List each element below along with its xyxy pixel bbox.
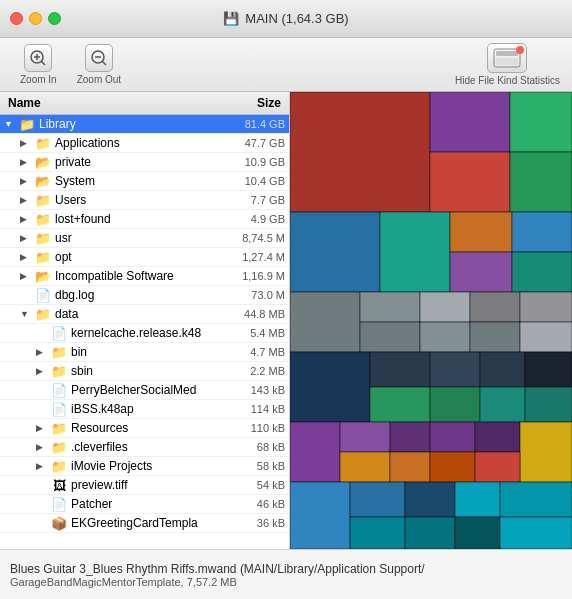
traffic-lights [10,12,61,25]
file-size-label: 10.9 GB [245,156,285,168]
file-row-content: ▶ 📁 bin [4,345,246,359]
svg-rect-57 [500,517,572,549]
svg-rect-51 [405,482,455,517]
svg-rect-17 [450,212,512,252]
file-type-icon: 📁 [34,136,52,150]
table-row[interactable]: ▶ 📂 System 10.4 GB [0,172,289,191]
file-type-icon: 📦 [50,516,68,530]
zoom-in-icon [24,44,52,72]
expand-arrow-icon: ▶ [36,461,50,471]
table-row[interactable]: ▶ 📁 Users 7.7 GB [0,191,289,210]
svg-rect-38 [525,387,572,422]
size-column-header: Size [257,96,281,110]
svg-rect-44 [520,422,572,482]
zoom-in-button[interactable]: Zoom In [12,40,65,89]
svg-rect-47 [430,452,475,482]
table-row[interactable]: ▶ 📁 lost+found 4.9 GB [0,210,289,229]
close-button[interactable] [10,12,23,25]
svg-rect-8 [496,58,518,65]
svg-rect-9 [496,51,518,56]
table-row[interactable]: ▼ 📁 data 44.8 MB [0,305,289,324]
table-row[interactable]: 📦 EKGreetingCardTempla 36 kB [0,514,289,533]
toolbar: Zoom In Zoom Out Hide File Kind [0,38,572,92]
file-size-label: 58 kB [257,460,285,472]
table-row[interactable]: 🖼 preview.tiff 54 kB [0,476,289,495]
svg-rect-33 [480,352,525,387]
svg-line-3 [42,62,46,66]
status-line1: Blues Guitar 3_Blues Rhythm Riffs.mwand … [10,562,562,576]
table-row[interactable]: 📄 kernelcache.release.k48 5.4 MB [0,324,289,343]
svg-rect-13 [430,152,510,212]
svg-rect-34 [525,352,572,387]
file-size-label: 7.7 GB [251,194,285,206]
file-size-label: 4.7 MB [250,346,285,358]
svg-rect-52 [455,482,500,517]
table-row[interactable]: 📄 dbg.log 73.0 M [0,286,289,305]
svg-rect-36 [430,387,480,422]
table-row[interactable]: ▶ 📂 Incompatible Software 1,16.9 M [0,267,289,286]
file-name-label: dbg.log [55,288,247,302]
svg-rect-35 [370,387,430,422]
file-name-label: EKGreetingCardTempla [71,516,253,530]
svg-rect-23 [420,292,470,322]
file-size-label: 73.0 M [251,289,285,301]
expand-arrow-icon: ▶ [36,442,50,452]
file-row-content: ▶ 📁 lost+found [4,212,247,226]
file-size-label: 114 kB [251,403,285,415]
table-row[interactable]: ▶ 📁 opt 1,27.4 M [0,248,289,267]
disk-icon: 💾 [223,11,239,26]
file-size-label: 5.4 MB [250,327,285,339]
file-name-label: usr [55,231,238,245]
name-column-header: Name [8,96,41,110]
svg-rect-54 [350,517,405,549]
svg-rect-31 [370,352,430,387]
table-row[interactable]: 📄 PerryBelcherSocialMed 143 kB [0,381,289,400]
file-name-label: iMovie Projects [71,459,253,473]
file-name-label: Resources [71,421,247,435]
table-row[interactable]: ▶ 📁 bin 4.7 MB [0,343,289,362]
table-row[interactable]: ▶ 📁 iMovie Projects 58 kB [0,457,289,476]
file-type-icon: 📄 [34,288,52,302]
hide-file-kind-button[interactable]: Hide File Kind Statistics [455,43,560,86]
status-bar: Blues Guitar 3_Blues Rhythm Riffs.mwand … [0,549,572,599]
expand-arrow-icon: ▼ [20,309,34,319]
file-type-icon: 📁 [50,364,68,378]
treemap-svg [290,92,572,549]
expand-arrow-icon: ▶ [20,176,34,186]
file-size-label: 81.4 GB [245,118,285,130]
file-type-icon: 📄 [50,383,68,397]
table-row[interactable]: 📄 iBSS.k48ap 114 kB [0,400,289,419]
file-name-label: kernelcache.release.k48 [71,326,246,340]
table-row[interactable]: ▶ 📂 private 10.9 GB [0,153,289,172]
svg-rect-56 [455,517,500,549]
file-name-label: Incompatible Software [55,269,238,283]
file-name-label: System [55,174,241,188]
table-row[interactable]: 📄 Patcher 46 kB [0,495,289,514]
svg-rect-55 [405,517,455,549]
file-row-content: ▶ 📂 System [4,174,241,188]
table-row[interactable]: ▶ 📁 Applications 47.7 GB [0,134,289,153]
file-name-label: Library [39,117,241,131]
file-name-label: lost+found [55,212,247,226]
table-row[interactable]: ▼ 📁 Library 81.4 GB [0,115,289,134]
svg-rect-11 [430,92,510,152]
table-row[interactable]: ▶ 📁 Resources 110 kB [0,419,289,438]
table-row[interactable]: ▶ 📁 usr 8,74.5 M [0,229,289,248]
status-line2: GarageBandMagicMentorTemplate, 7,57.2 MB [10,576,562,588]
svg-rect-25 [520,292,572,322]
file-row-content: ▼ 📁 data [4,307,240,321]
file-size-label: 1,27.4 M [242,251,285,263]
file-size-label: 46 kB [257,498,285,510]
file-row-content: 📄 dbg.log [4,288,247,302]
zoom-out-button[interactable]: Zoom Out [69,40,129,89]
file-size-label: 47.7 GB [245,137,285,149]
expand-arrow-icon: ▶ [36,423,50,433]
main-content: Name Size ▼ 📁 Library 81.4 GB ▶ 📁 Applic… [0,92,572,549]
table-row[interactable]: ▶ 📁 .cleverfiles 68 kB [0,438,289,457]
file-row-content: ▶ 📁 .cleverfiles [4,440,253,454]
maximize-button[interactable] [48,12,61,25]
minimize-button[interactable] [29,12,42,25]
table-row[interactable]: ▶ 📁 sbin 2.2 MB [0,362,289,381]
hide-stats-icon [487,43,527,73]
zoom-in-label: Zoom In [20,74,57,85]
